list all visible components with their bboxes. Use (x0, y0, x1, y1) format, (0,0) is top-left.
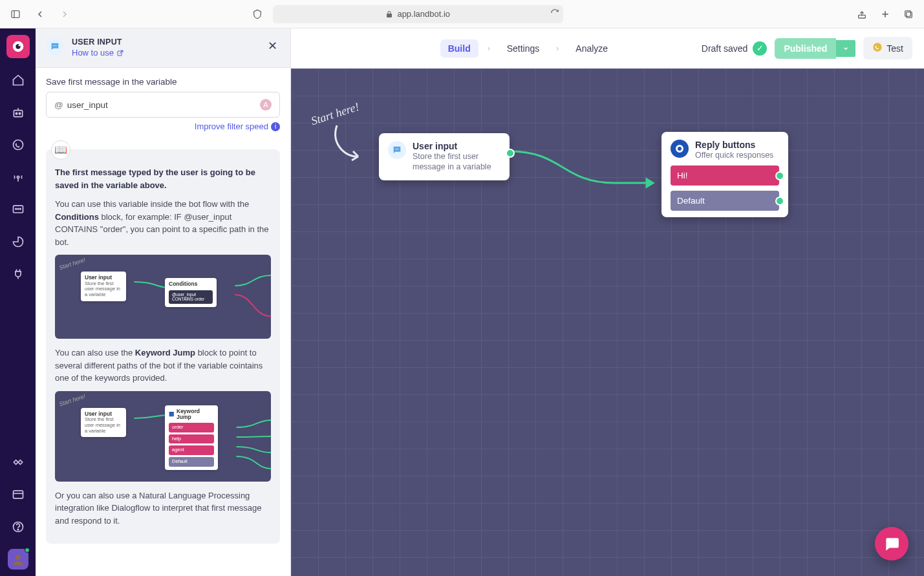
url-bar[interactable]: app.landbot.io (273, 5, 563, 23)
lock-icon (385, 10, 393, 18)
svg-rect-6 (907, 12, 912, 17)
url-text: app.landbot.io (397, 9, 450, 19)
browser-chrome: app.landbot.io (0, 0, 924, 28)
shield-icon[interactable] (248, 5, 266, 23)
browser-forward-button[interactable] (56, 5, 74, 23)
svg-rect-7 (905, 10, 911, 16)
tabs-overview-icon[interactable] (899, 5, 918, 23)
sidebar-toggle-icon[interactable] (6, 5, 25, 23)
svg-rect-0 (12, 10, 19, 17)
share-icon[interactable] (853, 5, 871, 23)
reload-icon[interactable] (550, 8, 559, 19)
browser-back-button[interactable] (31, 5, 49, 23)
new-tab-icon[interactable] (876, 5, 894, 23)
